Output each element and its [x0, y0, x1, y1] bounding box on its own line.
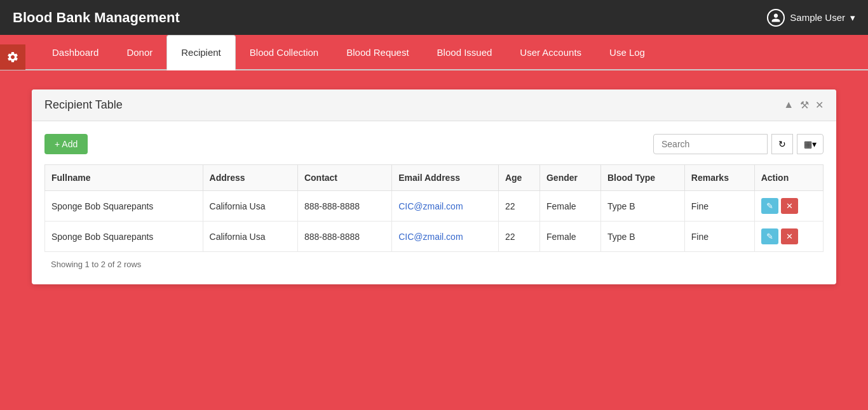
cell-address: California Usa: [203, 222, 297, 252]
cell-age: 22: [498, 222, 539, 252]
tab-recipient[interactable]: Recipient: [166, 35, 236, 70]
search-input[interactable]: [653, 134, 768, 154]
close-icon[interactable]: ✕: [815, 99, 824, 111]
columns-toggle-button[interactable]: ▦ ▾: [797, 134, 824, 154]
cell-age: 22: [498, 191, 539, 222]
chevron-down-icon: ▾: [850, 12, 855, 23]
col-contact: Contact: [297, 165, 391, 191]
recipient-table: Fullname Address Contact Email Address A…: [44, 164, 824, 252]
table-footer: Showing 1 to 2 of 2 rows: [44, 252, 824, 272]
nav-tabs-bar: Dashboard Donor Recipient Blood Collecti…: [0, 35, 868, 70]
edit-button[interactable]: ✎: [761, 228, 778, 244]
col-action: Action: [754, 165, 823, 191]
tab-blood-collection[interactable]: Blood Collection: [236, 36, 332, 69]
grid-icon: ▦: [804, 139, 812, 149]
col-fullname: Fullname: [45, 165, 203, 191]
delete-button[interactable]: ✕: [781, 198, 798, 214]
col-gender: Gender: [539, 165, 600, 191]
cell-action: ✎ ✕: [754, 222, 823, 252]
cell-remarks: Fine: [684, 191, 754, 222]
table-header-row: Fullname Address Contact Email Address A…: [45, 165, 824, 191]
add-button[interactable]: + Add: [44, 134, 88, 154]
tab-user-accounts[interactable]: User Accounts: [506, 36, 595, 69]
email-link[interactable]: CIC@zmail.com: [398, 201, 463, 211]
card-header: Recipient Table ▲ ⚒ ✕: [32, 89, 836, 121]
tab-dashboard[interactable]: Dashboard: [38, 36, 112, 69]
card-title: Recipient Table: [44, 98, 123, 112]
recipient-card: Recipient Table ▲ ⚒ ✕ + Add ↻ ▦ ▾: [32, 89, 836, 284]
user-menu[interactable]: Sample User ▾: [767, 9, 855, 27]
cell-email: CIC@zmail.com: [392, 191, 499, 222]
toolbar-right: ↻ ▦ ▾: [653, 134, 824, 154]
settings-icon[interactable]: ⚒: [800, 99, 809, 111]
col-remarks: Remarks: [684, 165, 754, 191]
collapse-icon[interactable]: ▲: [783, 99, 794, 111]
table-row: Sponge Bob Squarepants California Usa 88…: [45, 191, 824, 222]
tab-use-log[interactable]: Use Log: [595, 36, 659, 69]
cell-gender: Female: [539, 191, 600, 222]
col-age: Age: [498, 165, 539, 191]
email-link[interactable]: CIC@zmail.com: [398, 232, 463, 242]
cell-address: California Usa: [203, 191, 297, 222]
col-address: Address: [203, 165, 297, 191]
cell-blood-type: Type B: [600, 222, 684, 252]
main-content: Recipient Table ▲ ⚒ ✕ + Add ↻ ▦ ▾: [0, 70, 868, 303]
table-toolbar: + Add ↻ ▦ ▾: [44, 134, 824, 154]
col-email: Email Address: [392, 165, 499, 191]
delete-button[interactable]: ✕: [781, 228, 798, 244]
tab-donor[interactable]: Donor: [112, 36, 166, 69]
sidebar-gear-button[interactable]: [0, 44, 25, 70]
col-blood-type: Blood Type: [600, 165, 684, 191]
cell-contact: 888-888-8888: [297, 191, 391, 222]
cell-remarks: Fine: [684, 222, 754, 252]
user-avatar-icon: [767, 9, 785, 27]
cell-fullname: Sponge Bob Squarepants: [45, 222, 203, 252]
cell-gender: Female: [539, 222, 600, 252]
card-body: + Add ↻ ▦ ▾ Fullname Addr: [32, 121, 836, 284]
user-name: Sample User: [790, 12, 845, 23]
tab-blood-issued[interactable]: Blood Issued: [423, 36, 506, 69]
table-row: Sponge Bob Squarepants California Usa 88…: [45, 222, 824, 252]
cell-blood-type: Type B: [600, 191, 684, 222]
refresh-button[interactable]: ↻: [771, 134, 793, 154]
chevron-down-icon: ▾: [812, 139, 817, 149]
cell-email: CIC@zmail.com: [392, 222, 499, 252]
tab-blood-request[interactable]: Blood Request: [332, 36, 423, 69]
cell-action: ✎ ✕: [754, 191, 823, 222]
card-header-icons: ▲ ⚒ ✕: [783, 99, 824, 111]
top-navbar: Blood Bank Management Sample User ▾: [0, 0, 868, 35]
edit-button[interactable]: ✎: [761, 198, 778, 214]
refresh-icon: ↻: [778, 139, 786, 149]
cell-contact: 888-888-8888: [297, 222, 391, 252]
cell-fullname: Sponge Bob Squarepants: [45, 191, 203, 222]
app-title: Blood Bank Management: [13, 10, 180, 26]
